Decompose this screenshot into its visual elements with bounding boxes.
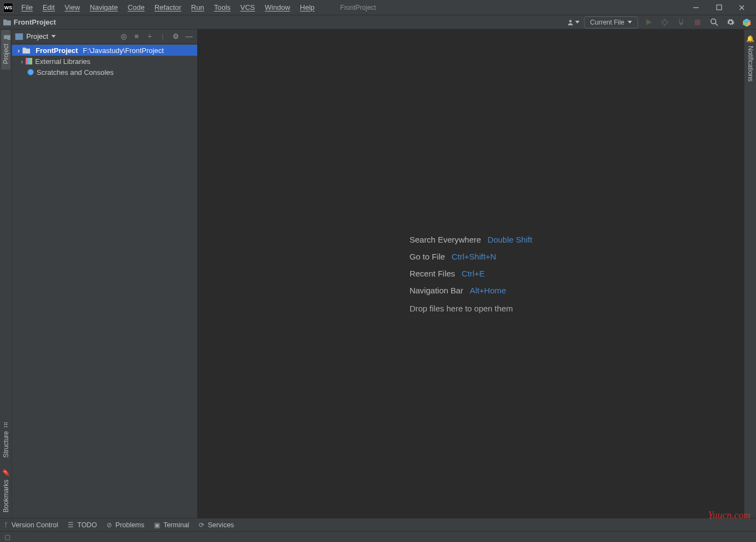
user-icon[interactable] <box>568 16 580 28</box>
welcome-recent-files[interactable]: Recent Files Ctrl+E <box>410 269 533 278</box>
tree-root[interactable]: › FrontProject F:\Javastudy\FrontProject <box>12 45 197 56</box>
status-todo-label: TODO <box>77 521 97 529</box>
project-tree[interactable]: › FrontProject F:\Javastudy\FrontProject… <box>12 44 197 518</box>
close-button[interactable] <box>731 1 753 14</box>
menu-file[interactable]: File <box>17 2 37 13</box>
services-icon: ⟳ <box>199 521 204 529</box>
left-tab-bookmarks-label: Bookmarks <box>2 480 10 512</box>
locate-icon[interactable]: ◎ <box>119 32 128 42</box>
right-tab-notifications-label: Notifications <box>747 46 754 81</box>
welcome-label: Go to File <box>410 252 445 261</box>
left-tab-structure[interactable]: Structure ⠿ <box>2 415 10 463</box>
welcome-go-to-file[interactable]: Go to File Ctrl+Shift+N <box>410 252 533 261</box>
svg-line-14 <box>715 23 718 26</box>
status-version-control[interactable]: ᚶ Version Control <box>4 521 58 529</box>
status-terminal[interactable]: ▣ Terminal <box>154 521 189 529</box>
tree-external-libraries[interactable]: › External Libraries <box>12 56 197 67</box>
tree-root-name: FrontProject <box>36 46 78 55</box>
project-panel-header: Project ◎ ≡ ÷ | ⚙ — <box>12 30 197 44</box>
menu-navigate[interactable]: Navigate <box>86 2 121 13</box>
folder-icon <box>3 19 11 26</box>
status-todo[interactable]: ☰ TODO <box>68 521 97 529</box>
editor-area[interactable]: Search Everywhere Double Shift Go to Fil… <box>198 30 744 518</box>
status-problems[interactable]: ⊘ Problems <box>107 521 144 529</box>
menu-items: File Edit View Navigate Code Refactor Ru… <box>17 2 318 13</box>
welcome-shortcut: Ctrl+E <box>462 269 485 278</box>
hide-panel-icon[interactable]: — <box>184 32 194 42</box>
menu-run[interactable]: Run <box>187 2 208 13</box>
chevron-down-icon[interactable] <box>51 35 56 38</box>
left-tab-project[interactable]: Project <box>1 30 10 69</box>
expand-all-icon[interactable]: ≡ <box>132 32 141 42</box>
menu-vcs[interactable]: VCS <box>237 2 259 13</box>
run-icon[interactable] <box>642 16 654 28</box>
svg-rect-1 <box>717 5 722 10</box>
welcome-search-everywhere[interactable]: Search Everywhere Double Shift <box>410 235 533 244</box>
welcome-shortcut: Alt+Home <box>470 286 506 295</box>
structure-icon: ⠿ <box>3 420 8 428</box>
run-config-dropdown[interactable]: Current File <box>584 16 638 28</box>
divider: | <box>158 32 168 42</box>
project-view-icon <box>15 33 23 40</box>
svg-marker-11 <box>680 23 683 26</box>
window-controls <box>685 1 753 14</box>
breadcrumb-root[interactable]: FrontProject <box>14 18 56 26</box>
welcome-label: Search Everywhere <box>410 235 481 244</box>
menu-help[interactable]: Help <box>296 2 318 13</box>
menu-view[interactable]: View <box>61 2 84 13</box>
warning-icon: ⊘ <box>107 521 112 529</box>
project-panel-title[interactable]: Project <box>26 32 48 40</box>
toolbar-right: Current File <box>568 16 753 28</box>
status-bar: ᚶ Version Control ☰ TODO ⊘ Problems ▣ Te… <box>0 518 756 531</box>
libraries-icon <box>26 58 32 64</box>
tree-scratches[interactable]: Scratches and Consoles <box>12 67 197 78</box>
menu-edit[interactable]: Edit <box>39 2 58 13</box>
menu-refactor[interactable]: Refactor <box>151 2 185 13</box>
collapse-all-icon[interactable]: ÷ <box>145 32 155 42</box>
status-services-label: Services <box>208 521 234 529</box>
svg-rect-12 <box>695 20 700 25</box>
list-icon: ☰ <box>68 521 74 529</box>
navigation-bar: FrontProject Current File <box>0 15 756 30</box>
menu-window[interactable]: Window <box>261 2 294 13</box>
minimize-button[interactable] <box>685 1 707 14</box>
bottom-bar: ▢ <box>0 531 756 542</box>
panel-settings-icon[interactable]: ⚙ <box>171 32 181 42</box>
body: Project Structure ⠿ Bookmarks 🔖 Project … <box>0 30 756 518</box>
left-tab-structure-label: Structure <box>2 431 10 458</box>
status-services[interactable]: ⟳ Services <box>199 521 234 529</box>
status-vcs-label: Version Control <box>11 521 58 529</box>
welcome-label: Recent Files <box>410 269 455 278</box>
bell-icon: 🔔 <box>746 35 754 43</box>
window-title: FrontProject <box>340 4 376 11</box>
scratches-icon <box>27 69 34 75</box>
welcome-shortcut: Double Shift <box>488 235 533 244</box>
chevron-right-icon: › <box>17 46 20 55</box>
tree-ext-libs-label: External Libraries <box>35 57 90 66</box>
maximize-button[interactable] <box>708 1 730 14</box>
welcome-shortcut: Ctrl+Shift+N <box>452 252 497 261</box>
settings-icon[interactable] <box>724 16 736 28</box>
tree-root-path: F:\Javastudy\FrontProject <box>83 46 164 55</box>
status-terminal-label: Terminal <box>163 521 189 529</box>
cube-icon[interactable] <box>741 16 753 28</box>
coverage-icon[interactable] <box>675 16 687 28</box>
project-tool-window: Project ◎ ≡ ÷ | ⚙ — › FrontProject F:\Ja… <box>12 30 198 518</box>
right-tool-gutter: 🔔 Notifications <box>744 30 756 518</box>
window-icon[interactable]: ▢ <box>4 533 10 541</box>
branch-icon: ᚶ <box>4 521 8 529</box>
menu-code[interactable]: Code <box>124 2 149 13</box>
welcome-drop-hint: Drop files here to open them <box>410 304 533 313</box>
stop-icon[interactable] <box>692 16 704 28</box>
left-tab-bookmarks[interactable]: Bookmarks 🔖 <box>2 463 10 518</box>
welcome-label: Navigation Bar <box>410 286 463 295</box>
status-problems-label: Problems <box>115 521 144 529</box>
search-icon[interactable] <box>708 16 720 28</box>
watermark: Yuucn.com <box>708 510 751 521</box>
welcome-navigation-bar[interactable]: Navigation Bar Alt+Home <box>410 286 533 295</box>
right-tab-notifications[interactable]: 🔔 Notifications <box>746 30 754 87</box>
debug-icon[interactable] <box>659 16 671 28</box>
menu-tools[interactable]: Tools <box>210 2 234 13</box>
menu-bar: WS File Edit View Navigate Code Refactor… <box>0 0 756 15</box>
svg-point-6 <box>663 20 667 25</box>
